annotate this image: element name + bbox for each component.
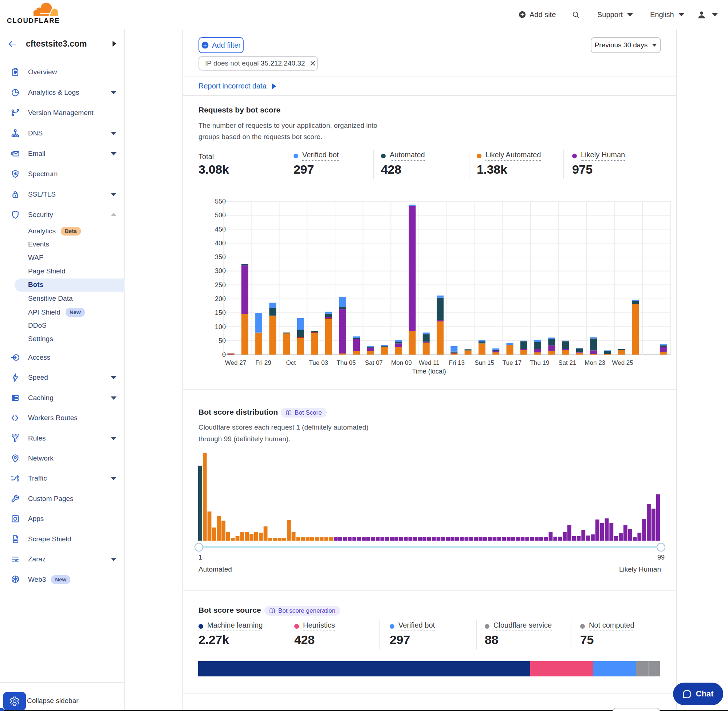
svg-text:400: 400	[215, 239, 226, 247]
svg-text:550: 550	[215, 198, 226, 205]
svg-text:Fri 13: Fri 13	[449, 359, 464, 366]
svg-text:350: 350	[215, 254, 226, 261]
svg-text:Tue 03: Tue 03	[309, 359, 328, 366]
svg-text:Mon 09: Mon 09	[391, 359, 412, 366]
svg-text:Thu 19: Thu 19	[530, 359, 549, 366]
svg-text:Sun 15: Sun 15	[474, 359, 494, 366]
svg-text:Wed 27: Wed 27	[225, 359, 246, 366]
svg-text:Fri 29: Fri 29	[255, 359, 271, 366]
svg-text:Wed 25: Wed 25	[612, 359, 633, 366]
svg-text:100: 100	[215, 323, 226, 330]
svg-text:250: 250	[215, 282, 226, 289]
svg-text:Oct: Oct	[286, 359, 296, 366]
svg-text:150: 150	[215, 309, 226, 316]
svg-text:Sat 07: Sat 07	[365, 359, 383, 366]
svg-text:450: 450	[215, 226, 226, 233]
svg-text:500: 500	[215, 211, 226, 219]
svg-text:0: 0	[222, 351, 226, 358]
svg-text:Sat 21: Sat 21	[558, 359, 576, 366]
svg-text:300: 300	[215, 267, 226, 274]
svg-text:200: 200	[215, 295, 226, 302]
svg-text:Thu 05: Thu 05	[337, 359, 356, 366]
svg-text:Wed 11: Wed 11	[419, 359, 440, 366]
svg-text:Mon 23: Mon 23	[585, 359, 605, 366]
svg-text:Time (local): Time (local)	[412, 368, 446, 375]
svg-text:50: 50	[219, 337, 226, 344]
svg-text:Tue 17: Tue 17	[502, 359, 521, 366]
